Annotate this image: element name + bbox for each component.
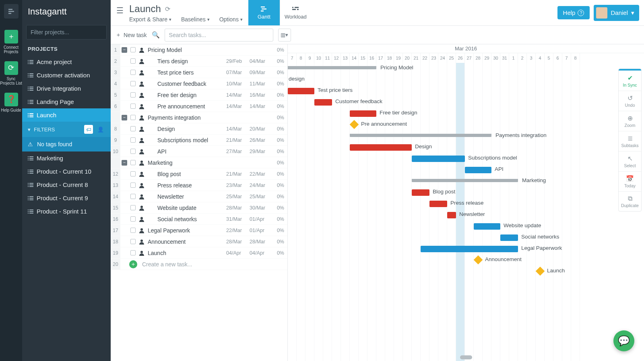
task-checkbox[interactable] <box>128 115 137 120</box>
task-row[interactable]: 3Test price tiers07/Mar09/Mar0% <box>111 67 287 78</box>
task-checkbox[interactable] <box>128 228 137 233</box>
task-bar[interactable] <box>314 99 332 106</box>
task-checkbox[interactable] <box>128 183 137 188</box>
menu-icon[interactable]: ☰ <box>116 3 124 15</box>
menu-export-share[interactable]: Export & Share <box>129 16 171 23</box>
help-button[interactable]: Help ? <box>557 6 590 19</box>
horizontal-scrollbar-thumb[interactable] <box>460 355 472 359</box>
task-name[interactable]: Blog post <box>146 171 226 177</box>
task-checkbox[interactable] <box>128 81 137 86</box>
sidebar-item-product-current-8[interactable]: Product - Current 8 <box>22 178 111 191</box>
task-checkbox[interactable] <box>128 47 137 52</box>
group-bar[interactable] <box>288 66 376 69</box>
task-name[interactable]: Customer feedback <box>146 81 226 87</box>
task-checkbox[interactable] <box>128 137 137 143</box>
task-row[interactable]: 17Legal Paperwork22/Mar01/Apr0% <box>111 225 287 236</box>
sidebar-item-product-current-10[interactable]: Product - Current 10 <box>22 165 111 178</box>
sidebar-item-product-current-9[interactable]: Product - Current 9 <box>22 191 111 205</box>
assignee-icon[interactable] <box>137 228 146 233</box>
search-icon[interactable]: 🔍 <box>152 31 160 39</box>
task-checkbox[interactable] <box>128 171 137 176</box>
task-row[interactable]: 20＋Create a new task... <box>111 259 287 270</box>
task-bar[interactable] <box>350 144 412 151</box>
assignee-icon[interactable] <box>137 70 146 75</box>
user-menu[interactable]: Daniel ▾ <box>594 5 639 21</box>
menu-options[interactable]: Options <box>219 16 243 23</box>
task-checkbox[interactable] <box>128 58 137 64</box>
task-name[interactable]: Press release <box>146 182 226 189</box>
task-name[interactable]: Tiers design <box>146 58 226 64</box>
task-row[interactable]: 16Social networks31/Mar01/Apr0% <box>111 214 287 225</box>
task-row[interactable]: 1−Pricing Model0% <box>111 44 287 56</box>
group-toggle[interactable]: − <box>120 115 128 120</box>
milestone-marker[interactable] <box>474 255 483 265</box>
task-checkbox[interactable] <box>128 216 137 222</box>
sidebar-item-drive-integration[interactable]: Drive Integration <box>22 82 111 95</box>
user-filter-icon[interactable]: 👤 <box>96 125 105 134</box>
app-logo-icon[interactable] <box>4 4 19 19</box>
new-task-button[interactable]: ＋ New task <box>116 31 147 39</box>
sidebar-item-launch[interactable]: Launch <box>22 108 111 122</box>
task-checkbox[interactable] <box>128 70 137 75</box>
task-row[interactable]: 6Pre announcement14/Mar14/Mar0% <box>111 101 287 112</box>
milestone-marker[interactable] <box>350 120 359 129</box>
sidebar-item-customer-activation[interactable]: Customer activation <box>22 68 111 82</box>
assignee-icon[interactable] <box>137 194 146 199</box>
task-checkbox[interactable] <box>128 160 137 165</box>
task-bar[interactable] <box>500 234 518 241</box>
task-bar[interactable] <box>421 246 518 252</box>
task-row[interactable]: 4Customer feedback10/Mar11/Mar0% <box>111 78 287 89</box>
task-row[interactable]: 12Blog post21/Mar22/Mar0% <box>111 168 287 180</box>
task-checkbox[interactable] <box>128 149 137 154</box>
assignee-icon[interactable] <box>137 115 146 120</box>
tool-subtasks[interactable]: ≣Subtasks <box>619 131 641 151</box>
task-name[interactable]: Free tier design <box>146 92 226 98</box>
tab-gantt[interactable]: Gantt <box>248 0 280 25</box>
assignee-icon[interactable] <box>137 47 146 53</box>
search-tasks-input[interactable]: Search tasks... <box>165 29 273 41</box>
task-row[interactable]: 19Launch04/Apr04/Apr0% <box>111 247 287 259</box>
filters-bar[interactable]: ▾FILTERS🏷👤 <box>22 122 111 137</box>
task-row[interactable]: −Payments integration0% <box>111 112 287 123</box>
assignee-icon[interactable] <box>137 104 146 109</box>
task-name[interactable]: Legal Paperwork <box>146 227 226 234</box>
milestone-marker[interactable] <box>536 267 545 276</box>
task-name[interactable]: Website update <box>146 205 226 211</box>
task-row[interactable]: 8Design14/Mar20/Mar0% <box>111 123 287 135</box>
gantt-chart[interactable]: Mar 2016 7891011121314151617181920212223… <box>288 44 644 361</box>
task-bar[interactable] <box>288 88 314 94</box>
tool-in-sync[interactable]: ✔In Sync <box>619 71 641 91</box>
assignee-icon[interactable] <box>137 81 146 87</box>
task-checkbox[interactable] <box>128 126 137 131</box>
task-name[interactable]: Launch <box>146 250 226 256</box>
task-row[interactable]: 13Press release23/Mar24/Mar0% <box>111 180 287 191</box>
sidebar-item-product-sprint-11[interactable]: Product - Sprint 11 <box>22 205 111 218</box>
group-bar[interactable] <box>350 134 491 137</box>
task-name[interactable]: Design <box>146 126 226 132</box>
tool-undo[interactable]: ↺Undo <box>619 91 641 111</box>
filter-projects-input[interactable]: Filter projects... <box>26 25 107 39</box>
task-name[interactable]: Pricing Model <box>146 47 226 53</box>
tab-workload[interactable]: Workload <box>280 0 311 25</box>
task-name[interactable]: Subscriptions model <box>146 137 226 143</box>
rail-help-guide[interactable]: ❓ Help Guide <box>1 93 21 112</box>
assignee-icon[interactable] <box>137 205 146 211</box>
chat-fab[interactable]: 💬 <box>613 330 634 351</box>
columns-button[interactable]: ▥▾ <box>278 29 291 41</box>
assignee-icon[interactable] <box>137 216 146 222</box>
task-name[interactable]: Test price tiers <box>146 69 226 76</box>
create-task-placeholder[interactable]: Create a new task... <box>140 261 287 268</box>
sidebar-item-acme-project[interactable]: Acme project <box>22 55 111 68</box>
assignee-icon[interactable] <box>137 171 146 177</box>
assignee-icon[interactable] <box>137 58 146 64</box>
assignee-icon[interactable] <box>137 149 146 154</box>
task-bar[interactable] <box>350 110 376 117</box>
task-checkbox[interactable] <box>128 250 137 255</box>
task-name[interactable]: Pre announcement <box>146 103 226 110</box>
task-row[interactable]: −Marketing0% <box>111 157 287 168</box>
task-name[interactable]: Social networks <box>146 216 226 222</box>
task-checkbox[interactable] <box>128 194 137 199</box>
task-row[interactable]: 15Website update28/Mar30/Mar0% <box>111 202 287 214</box>
rail-sync-projects[interactable]: ⟳ Sync Projects List <box>0 61 22 85</box>
task-row[interactable]: 18Announcement28/Mar28/Mar0% <box>111 236 287 247</box>
